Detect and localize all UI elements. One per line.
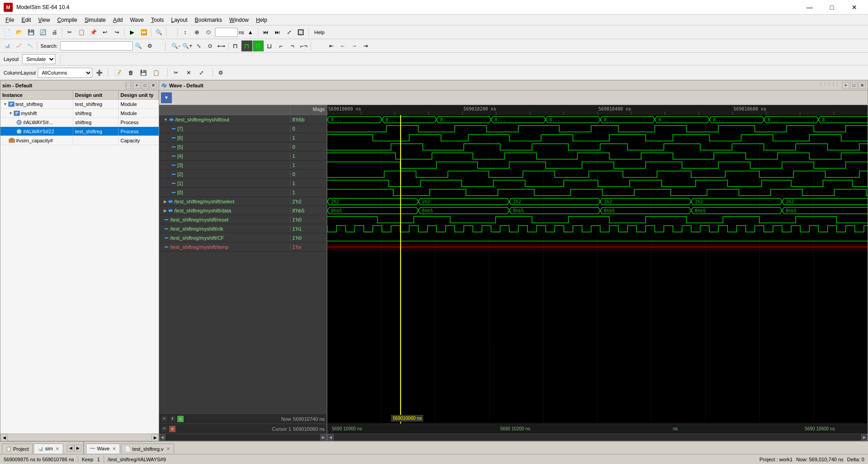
sig-expand-data[interactable]: ▶ <box>164 208 167 213</box>
menu-edit[interactable]: Edit <box>18 16 35 24</box>
col-expand-btn[interactable]: ⤢ <box>196 67 207 78</box>
wave-zoom-btn[interactable]: ⊕ <box>191 27 202 38</box>
zoom-minus-btn[interactable]: 🔍- <box>171 40 181 51</box>
panel-resize-btn[interactable]: ⋮⋮ <box>125 82 132 89</box>
print-btn[interactable]: 🖨 <box>49 27 60 38</box>
redo-btn[interactable]: ↪ <box>111 27 122 38</box>
nav-btn3[interactable]: → <box>349 40 360 51</box>
col-edit-btn3[interactable]: 💾 <box>138 67 149 78</box>
sig-btn1[interactable]: 📊 <box>2 40 13 51</box>
time-up-btn[interactable]: ▲ <box>245 27 256 38</box>
close-button[interactable]: ✕ <box>844 0 864 15</box>
waveform-svg-area[interactable]: 569010060 ns <box>327 115 868 424</box>
run-all-btn[interactable]: ⏩ <box>138 27 149 38</box>
signal-row-reset[interactable]: /test_shiftreg/myshift/reset 1'h0 <box>159 215 326 224</box>
menu-help[interactable]: Help <box>252 16 271 24</box>
panel-close-btn[interactable]: ✕ <box>150 82 157 89</box>
sig-btn2[interactable]: 📈 <box>13 40 24 51</box>
tree-row-4[interactable]: #vsim_capacity# Capacity <box>0 136 159 145</box>
tab-project[interactable]: 📋 Project <box>2 444 33 454</box>
wave-scroll-track[interactable] <box>334 434 861 441</box>
signal-row-5[interactable]: [5] 0 <box>159 142 326 151</box>
menu-view[interactable]: View <box>35 16 54 24</box>
tab-shiftreg-v[interactable]: 📄 test_shiftreg.v ✕ <box>121 444 174 454</box>
signal-row-cf[interactable]: /test_shiftreg/myshift/CF 1'h0 <box>159 233 326 242</box>
wave-resize-handle[interactable]: ⋮⋮⋮⋮⋮ <box>819 82 839 89</box>
tab-nav-left[interactable]: ◀ <box>67 444 74 452</box>
col-edit-btn4[interactable]: 📋 <box>151 67 162 78</box>
undo-btn[interactable]: ↩ <box>100 27 110 38</box>
signal-row-select[interactable]: ▶ /test_shiftreg/myshift/select 2'h2 <box>159 197 326 206</box>
wave-tb-btn1[interactable]: ▼ <box>161 92 172 103</box>
maximize-button[interactable]: □ <box>822 0 842 15</box>
help-btn[interactable]: Help <box>311 27 329 38</box>
panel-restore-btn[interactable]: □ <box>141 82 149 89</box>
col-cut-btn[interactable]: ✂ <box>171 67 181 78</box>
tab-sim[interactable]: 📊 sim ✕ <box>34 444 63 454</box>
menu-add[interactable]: Add <box>110 16 126 24</box>
signal-row-4[interactable]: [4] 1 <box>159 151 326 161</box>
cursor-bar-btn1[interactable]: ⟳ <box>161 426 167 432</box>
zoom-out-btn[interactable]: ⏭ <box>272 27 283 38</box>
save-btn[interactable]: 💾 <box>25 27 36 38</box>
shape-btn4[interactable]: ⊔ <box>264 40 275 51</box>
sig-bar-btn1[interactable]: ⟳ <box>161 416 167 422</box>
signal-row-1[interactable]: [1] 1 <box>159 179 326 188</box>
menu-layout[interactable]: Layout <box>167 16 191 24</box>
col-add-btn[interactable]: ➕ <box>94 67 105 78</box>
shape-btn5[interactable]: ⌐ <box>276 40 286 51</box>
col-layout-select[interactable]: AllColumns <box>38 68 92 78</box>
sig-expand-select[interactable]: ▶ <box>164 199 167 204</box>
zoom-fit-btn[interactable]: ⤢ <box>284 27 295 38</box>
nav-btn2[interactable]: ← <box>337 40 348 51</box>
refresh-btn[interactable]: 🔄 <box>37 27 48 38</box>
menu-compile[interactable]: Compile <box>54 16 81 24</box>
menu-file[interactable]: File <box>2 16 18 24</box>
sig-bar-btn3[interactable]: ◉ <box>177 416 184 422</box>
signal-row-temp[interactable]: /test_shiftreg/myshift/temp 1'hx <box>159 242 326 252</box>
wave-hscroll[interactable]: ◀ ▶ <box>327 434 868 441</box>
scroll-left-btn[interactable]: ◀ <box>0 434 8 441</box>
zoom-full-btn[interactable]: ⟷ <box>216 40 227 51</box>
signal-row-0[interactable]: [0] 1 <box>159 188 326 197</box>
expand-0[interactable]: ▼ <box>3 102 7 106</box>
col-edit-btn1[interactable]: 📝 <box>113 67 124 78</box>
menu-wave[interactable]: Wave <box>126 16 147 24</box>
panel-add-btn[interactable]: + <box>133 82 140 89</box>
time-input[interactable]: 100 <box>215 28 238 37</box>
tree-row-0[interactable]: ▼ test_shiftreg test_shiftreg Module <box>0 100 159 109</box>
signal-row-data[interactable]: ▶ /test_shiftreg/myshift/data 8'hb5 <box>159 206 326 215</box>
tab-nav-right[interactable]: ▶ <box>74 444 81 452</box>
menu-simulate[interactable]: Simulate <box>81 16 110 24</box>
shape-btn7[interactable]: ⌐¬ <box>298 40 309 51</box>
signal-hscroll[interactable]: ◀ ▶ <box>159 434 326 441</box>
wave-scroll-left[interactable]: ◀ <box>327 434 334 440</box>
zoom-in-btn[interactable]: ⏮ <box>260 27 271 38</box>
sig-scroll-track[interactable] <box>166 434 320 441</box>
expand-1[interactable]: ▼ <box>9 111 13 116</box>
wave-close-btn[interactable]: ✕ <box>858 82 866 89</box>
copy-btn[interactable]: 📋 <box>76 27 87 38</box>
scroll-right-btn[interactable]: ▶ <box>151 434 159 441</box>
tree-row-3[interactable]: P #ALWAYS#22 test_shiftreg Process <box>0 127 159 136</box>
signal-row-6[interactable]: [6] 1 <box>159 133 326 142</box>
search-btn[interactable]: 🔍 <box>133 40 144 51</box>
signal-row-3[interactable]: [3] 1 <box>159 161 326 170</box>
tree-row-1[interactable]: ▼ myshift shiftreg Module <box>0 109 159 118</box>
signal-row-out[interactable]: ▼ /test_shiftreg/myshift/out 8'h5b <box>159 115 326 124</box>
signal-row-clk[interactable]: /test_shiftreg/myshift/clk 1'h1 <box>159 224 326 233</box>
zoom-cursor-btn[interactable]: ⊙ <box>205 40 216 51</box>
new-btn[interactable]: 📄 <box>2 27 13 38</box>
menu-bookmarks[interactable]: Bookmarks <box>191 16 226 24</box>
menu-window[interactable]: Window <box>226 16 252 24</box>
search-input[interactable] <box>60 41 133 50</box>
col-del-btn[interactable]: ✕ <box>183 67 194 78</box>
layout-select[interactable]: Simulate <box>22 54 55 64</box>
wave-scroll-right[interactable]: ▶ <box>861 434 868 440</box>
zoom-sel-btn[interactable]: 🔲 <box>296 27 306 38</box>
sig-scroll-right[interactable]: ▶ <box>320 434 326 440</box>
shape-btn2[interactable]: ⊓ <box>241 40 252 51</box>
tab-wave[interactable]: 〰 Wave ✕ <box>86 444 120 454</box>
wave-select-btn[interactable]: ↕ <box>180 27 191 38</box>
zoom-range-btn[interactable]: ⤡ <box>193 40 204 51</box>
